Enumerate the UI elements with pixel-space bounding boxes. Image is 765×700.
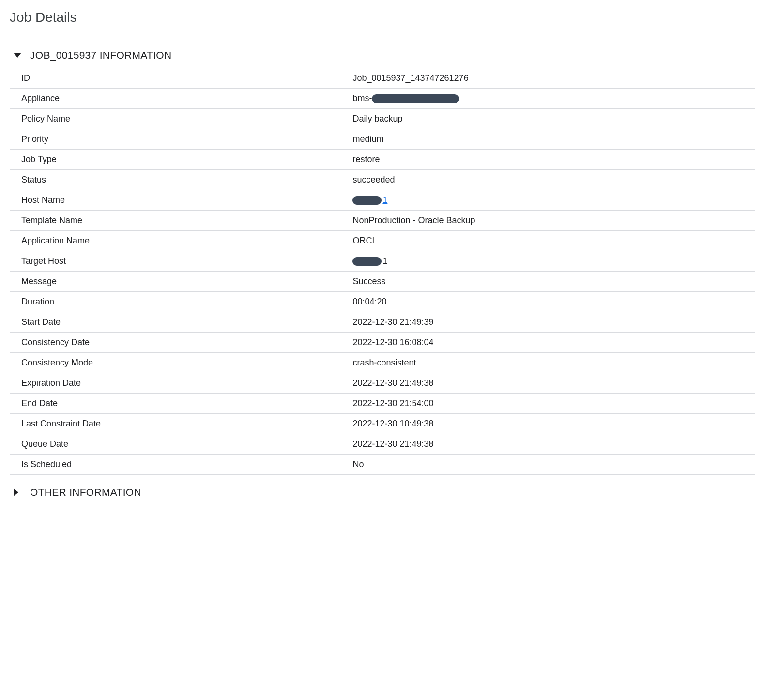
page-title: Job Details	[10, 10, 755, 25]
label-policy-name: Policy Name	[10, 109, 352, 129]
row-host-name: Host Name 1	[10, 190, 755, 211]
value-start-date: 2022-12-30 21:49:39	[352, 312, 755, 333]
value-template-name: NonProduction - Oracle Backup	[352, 211, 755, 231]
label-queue-date: Queue Date	[10, 434, 352, 455]
row-job-type: Job Type restore	[10, 150, 755, 170]
chevron-right-icon	[14, 488, 18, 496]
value-end-date: 2022-12-30 21:54:00	[352, 394, 755, 414]
label-priority: Priority	[10, 129, 352, 150]
row-policy-name: Policy Name Daily backup	[10, 109, 755, 129]
label-consistency-date: Consistency Date	[10, 333, 352, 353]
label-message: Message	[10, 272, 352, 292]
row-duration: Duration 00:04:20	[10, 292, 755, 312]
row-target-host: Target Host 1	[10, 251, 755, 272]
value-policy-name: Daily backup	[352, 109, 755, 129]
label-target-host: Target Host	[10, 251, 352, 272]
value-expiration-date: 2022-12-30 21:49:38	[352, 373, 755, 394]
value-priority: medium	[352, 129, 755, 150]
other-information-section: OTHER INFORMATION	[10, 482, 755, 505]
job-information-header[interactable]: JOB_0015937 INFORMATION	[10, 45, 755, 68]
row-id: ID Job_0015937_143747261276	[10, 68, 755, 89]
value-host-name: 1	[352, 190, 755, 211]
job-details-table: ID Job_0015937_143747261276 Appliance bm…	[10, 68, 755, 475]
label-appliance: Appliance	[10, 89, 352, 109]
row-application-name: Application Name ORCL	[10, 231, 755, 251]
value-job-type: restore	[352, 150, 755, 170]
other-information-title: OTHER INFORMATION	[30, 487, 141, 498]
redaction-pill	[372, 94, 459, 103]
row-last-constraint-date: Last Constraint Date 2022-12-30 10:49:38	[10, 414, 755, 434]
value-last-constraint-date: 2022-12-30 10:49:38	[352, 414, 755, 434]
redaction-pill	[352, 196, 382, 205]
value-appliance-prefix: bms-	[352, 93, 372, 104]
value-application-name: ORCL	[352, 231, 755, 251]
label-duration: Duration	[10, 292, 352, 312]
row-status: Status succeeded	[10, 170, 755, 190]
label-end-date: End Date	[10, 394, 352, 414]
label-is-scheduled: Is Scheduled	[10, 455, 352, 475]
label-status: Status	[10, 170, 352, 190]
value-consistency-date: 2022-12-30 16:08:04	[352, 333, 755, 353]
value-is-scheduled: No	[352, 455, 755, 475]
value-target-host: 1	[352, 251, 755, 272]
chevron-down-icon	[14, 53, 21, 58]
value-host-name-suffix: 1	[382, 195, 387, 205]
label-expiration-date: Expiration Date	[10, 373, 352, 394]
row-end-date: End Date 2022-12-30 21:54:00	[10, 394, 755, 414]
row-start-date: Start Date 2022-12-30 21:49:39	[10, 312, 755, 333]
value-duration: 00:04:20	[352, 292, 755, 312]
row-template-name: Template Name NonProduction - Oracle Bac…	[10, 211, 755, 231]
row-priority: Priority medium	[10, 129, 755, 150]
redaction-pill	[352, 257, 382, 266]
value-message: Success	[352, 272, 755, 292]
value-appliance: bms-	[352, 89, 755, 109]
label-id: ID	[10, 68, 352, 89]
label-start-date: Start Date	[10, 312, 352, 333]
label-application-name: Application Name	[10, 231, 352, 251]
label-consistency-mode: Consistency Mode	[10, 353, 352, 373]
value-status: succeeded	[352, 170, 755, 190]
row-queue-date: Queue Date 2022-12-30 21:49:38	[10, 434, 755, 455]
row-consistency-date: Consistency Date 2022-12-30 16:08:04	[10, 333, 755, 353]
row-consistency-mode: Consistency Mode crash-consistent	[10, 353, 755, 373]
value-consistency-mode: crash-consistent	[352, 353, 755, 373]
value-id: Job_0015937_143747261276	[352, 68, 755, 89]
job-information-section: JOB_0015937 INFORMATION ID Job_0015937_1…	[10, 45, 755, 475]
host-name-link[interactable]: 1	[352, 195, 755, 205]
label-template-name: Template Name	[10, 211, 352, 231]
label-job-type: Job Type	[10, 150, 352, 170]
value-queue-date: 2022-12-30 21:49:38	[352, 434, 755, 455]
row-appliance: Appliance bms-	[10, 89, 755, 109]
row-expiration-date: Expiration Date 2022-12-30 21:49:38	[10, 373, 755, 394]
job-information-title: JOB_0015937 INFORMATION	[30, 49, 171, 61]
label-host-name: Host Name	[10, 190, 352, 211]
row-is-scheduled: Is Scheduled No	[10, 455, 755, 475]
other-information-header[interactable]: OTHER INFORMATION	[10, 482, 755, 505]
label-last-constraint-date: Last Constraint Date	[10, 414, 352, 434]
row-message: Message Success	[10, 272, 755, 292]
value-target-host-suffix: 1	[382, 256, 387, 266]
